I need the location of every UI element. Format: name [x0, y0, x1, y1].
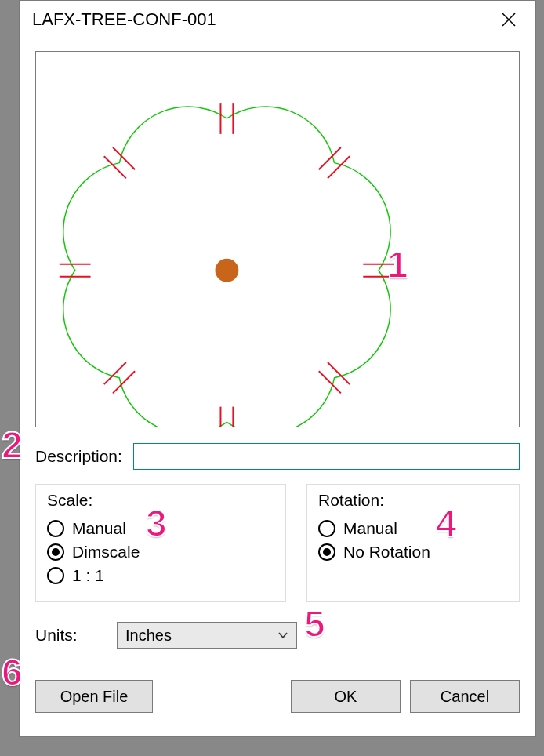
rotation-group: Rotation: Manual No Rotation	[306, 484, 520, 602]
ok-button[interactable]: OK	[291, 680, 401, 713]
rotation-group-title: Rotation:	[318, 491, 508, 510]
radio-label: 1 : 1	[72, 566, 104, 585]
radio-label: No Rotation	[343, 543, 430, 562]
svg-line-4	[319, 147, 341, 169]
radio-label: Manual	[72, 519, 126, 538]
scale-option-manual[interactable]: Manual	[47, 519, 274, 538]
radio-label: Manual	[343, 519, 397, 538]
tree-symbol-preview	[36, 52, 519, 427]
close-icon	[502, 13, 516, 27]
svg-line-8	[328, 362, 350, 384]
svg-line-12	[113, 371, 135, 393]
chevron-down-icon	[277, 630, 288, 641]
description-input[interactable]	[133, 443, 520, 470]
units-select[interactable]: Inches	[117, 622, 297, 649]
button-label: OK	[335, 688, 357, 706]
units-row: Units: Inches	[35, 622, 520, 649]
description-row: Description:	[35, 443, 520, 470]
spacer	[162, 680, 281, 713]
radio-icon	[47, 543, 64, 561]
units-selected-value: Inches	[125, 627, 277, 645]
tree-trunk-dot	[216, 259, 239, 282]
scale-group-title: Scale:	[47, 491, 274, 510]
window-title: LAFX-TREE-CONF-001	[32, 9, 493, 30]
units-label: Units:	[35, 626, 106, 645]
option-groups: Scale: Manual Dimscale 1 : 1 Rotation:	[35, 484, 520, 602]
description-label: Description:	[35, 447, 122, 466]
preview-panel	[35, 51, 520, 427]
svg-line-5	[328, 156, 350, 178]
rotation-option-manual[interactable]: Manual	[318, 519, 508, 538]
rotation-option-none[interactable]: No Rotation	[318, 543, 508, 562]
svg-line-9	[319, 371, 341, 393]
open-file-button[interactable]: Open File	[35, 680, 153, 713]
scale-group: Scale: Manual Dimscale 1 : 1	[35, 484, 286, 602]
scale-option-one-to-one[interactable]: 1 : 1	[47, 566, 274, 585]
svg-line-17	[113, 147, 135, 169]
radio-icon	[318, 520, 335, 537]
button-label: Open File	[60, 688, 129, 706]
radio-icon	[47, 567, 64, 584]
button-label: Cancel	[441, 688, 489, 706]
scale-option-dimscale[interactable]: Dimscale	[47, 543, 274, 562]
cancel-button[interactable]: Cancel	[410, 680, 520, 713]
radio-icon	[47, 520, 64, 537]
dialog-content: Description: Scale: Manual Dimscale 1 : …	[20, 38, 535, 736]
svg-line-16	[104, 156, 126, 178]
dialog-window: LAFX-TREE-CONF-001	[19, 0, 536, 737]
button-row: Open File OK Cancel	[35, 680, 520, 713]
radio-icon	[318, 543, 335, 561]
titlebar: LAFX-TREE-CONF-001	[20, 1, 535, 38]
svg-line-13	[104, 362, 126, 384]
radio-label: Dimscale	[72, 543, 140, 562]
close-button[interactable]	[493, 4, 524, 35]
